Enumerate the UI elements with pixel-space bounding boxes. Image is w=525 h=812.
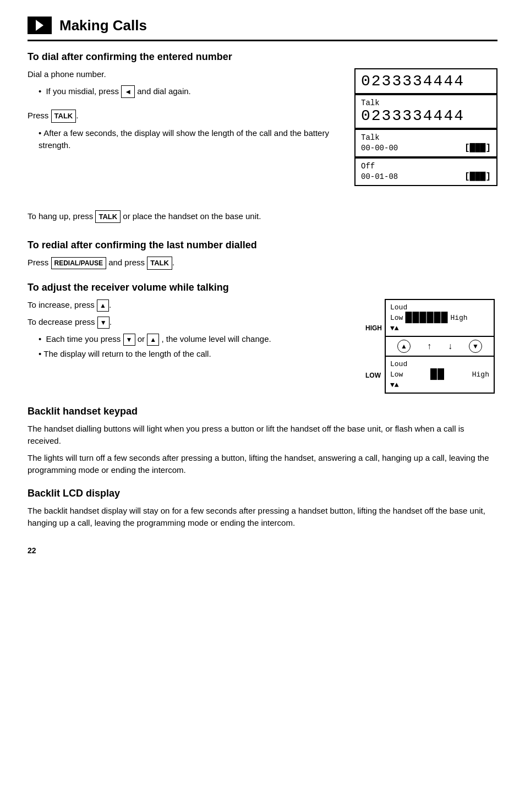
down-arrow-key-1: ▼ bbox=[97, 317, 110, 329]
dial-text-col: Dial a phone number. If you misdial, pre… bbox=[28, 68, 343, 227]
section-dial-confirm-title: To dial after confirming the entered num… bbox=[28, 51, 497, 63]
vol-decrease-text: To decrease press ▼. bbox=[28, 316, 354, 329]
vol-side-labels: HIGH LOW bbox=[365, 299, 385, 394]
step2b-text: After a few seconds, the display will sh… bbox=[28, 127, 343, 152]
lcd4-bars: [███] bbox=[464, 172, 491, 182]
section-volume-title: To adjust the receiver volume while talk… bbox=[28, 282, 497, 293]
redial-key: REDIAL/PAUSE bbox=[51, 257, 106, 269]
low-text-high: Low bbox=[390, 314, 403, 322]
vol-low-row: Low ██ High bbox=[390, 368, 489, 381]
step2-text: Press TALK. bbox=[28, 110, 343, 123]
page-title: Making Calls bbox=[59, 17, 147, 34]
talk-key-1: TALK bbox=[51, 110, 76, 123]
talk-key-2: TALK bbox=[95, 210, 121, 224]
vol-high-section: Loud Low ██████ High ▼▲ bbox=[386, 300, 494, 337]
vol-low-section: Loud Low ██ High ▼▲ bbox=[386, 357, 494, 393]
backlit-keypad-text1: The handset dialling buttons will light … bbox=[28, 423, 497, 448]
low-label: LOW bbox=[365, 361, 382, 379]
lcd3-label: Talk bbox=[361, 133, 491, 142]
up-arrow-circle[interactable]: ▲ bbox=[397, 340, 411, 353]
vol-box-outer: Loud Low ██████ High ▼▲ ▲ ↑ ↓ ▼ bbox=[385, 299, 495, 394]
step1-text: Dial a phone number. bbox=[28, 68, 343, 81]
section-volume: To adjust the receiver volume while talk… bbox=[28, 282, 497, 394]
backlit-keypad-title: Backlit handset keypad bbox=[28, 406, 497, 417]
dial-content: Dial a phone number. If you misdial, pre… bbox=[28, 68, 497, 227]
section-redial: To redial after confirming the last numb… bbox=[28, 239, 497, 270]
section-redial-title: To redial after confirming the last numb… bbox=[28, 239, 497, 251]
section-backlit-keypad: Backlit handset keypad The handset diall… bbox=[28, 406, 497, 477]
redial-talk-key: TALK bbox=[147, 257, 172, 270]
dial-displays-col: 0233334444 Talk 0233334444 Talk 00-00-00… bbox=[354, 68, 497, 186]
volume-content: To increase, press ▲. To decrease press … bbox=[28, 299, 497, 394]
lcd3-time: 00-00-00 bbox=[361, 144, 398, 152]
loud-label-high: Loud bbox=[390, 303, 489, 312]
up-arrow-indicator: ↑ bbox=[427, 341, 431, 351]
down-arrow-circle[interactable]: ▼ bbox=[469, 340, 482, 353]
up-arrow-key-2: ▲ bbox=[147, 334, 159, 346]
page-header: Making Calls bbox=[28, 17, 497, 41]
loud-label-low: Loud bbox=[390, 360, 489, 368]
lcd-display-1: 0233334444 bbox=[354, 68, 497, 94]
vol-increase-text: To increase, press ▲. bbox=[28, 299, 354, 312]
high-text-low: High bbox=[472, 370, 489, 379]
header-arrow-icon bbox=[28, 17, 52, 34]
redial-text: Press REDIAL/PAUSE and press TALK. bbox=[28, 257, 497, 270]
page-number: 22 bbox=[28, 546, 497, 555]
high-label: HIGH bbox=[365, 313, 382, 332]
volume-display-col: HIGH LOW Loud Low ██████ High ▼▲ bbox=[365, 299, 497, 394]
backspace-key: ◄ bbox=[121, 85, 135, 99]
section-dial-confirm: To dial after confirming the entered num… bbox=[28, 51, 497, 227]
va-symbol-high: ▼▲ bbox=[390, 324, 489, 333]
lcd3-bars: [███] bbox=[464, 143, 491, 153]
section-backlit-lcd: Backlit LCD display The backlit handset … bbox=[28, 488, 497, 530]
down-arrow-key-2: ▼ bbox=[123, 334, 135, 346]
bars-low: ██ bbox=[430, 368, 445, 381]
lcd-display-4: Off 00-01-08 [███] bbox=[354, 157, 497, 186]
volume-text-col: To increase, press ▲. To decrease press … bbox=[28, 299, 354, 363]
lcd-display-2: Talk 0233334444 bbox=[354, 94, 497, 129]
lcd4-label: Off bbox=[361, 162, 491, 171]
lcd4-line: 00-01-08 [███] bbox=[361, 171, 491, 182]
lcd3-line: 00-00-00 [███] bbox=[361, 142, 491, 153]
backlit-keypad-text2: The lights will turn off a few seconds a… bbox=[28, 452, 497, 477]
bars-high: ██████ bbox=[405, 312, 448, 324]
high-text-high: High bbox=[450, 314, 467, 322]
step3-text: To hang up, press TALK or place the hand… bbox=[28, 210, 343, 224]
low-text-low: Low bbox=[390, 370, 403, 379]
down-arrow-indicator: ↓ bbox=[448, 341, 452, 351]
arrow-buttons-row: ▲ ↑ ↓ ▼ bbox=[386, 337, 494, 357]
vol-bullet1: Each time you press ▼ or ▲ , the volume … bbox=[28, 333, 354, 346]
lcd2-label: Talk bbox=[361, 99, 491, 107]
backlit-lcd-text: The backlit handset display will stay on… bbox=[28, 505, 497, 530]
backlit-lcd-title: Backlit LCD display bbox=[28, 488, 497, 499]
va-symbol-low: ▼▲ bbox=[390, 381, 489, 389]
up-arrow-key-1: ▲ bbox=[97, 299, 109, 312]
vol-bullet2: The display will return to the length of… bbox=[28, 348, 354, 361]
vol-high-row: Low ██████ High bbox=[390, 312, 489, 324]
vol-full-wrapper: HIGH LOW Loud Low ██████ High ▼▲ bbox=[365, 299, 497, 394]
step1b-text: If you misdial, press ◄ and dial again. bbox=[28, 85, 343, 99]
lcd-display-3: Talk 00-00-00 [███] bbox=[354, 129, 497, 157]
lcd4-time: 00-01-08 bbox=[361, 172, 398, 181]
lcd1-number: 0233334444 bbox=[361, 73, 491, 90]
lcd2-number: 0233334444 bbox=[361, 107, 491, 124]
